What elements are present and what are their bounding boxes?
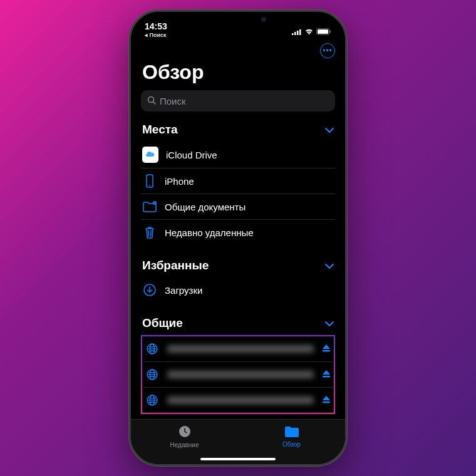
phone-frame: 14:53 ◂ Поиск ••• Обзор [129, 10, 347, 466]
section-header-favorites[interactable]: Избранные [141, 256, 335, 277]
page-title: Обзор [131, 59, 345, 90]
eject-icon[interactable] [321, 343, 331, 355]
globe-icon [145, 341, 160, 356]
status-back-link[interactable]: ◂ Поиск [145, 32, 167, 38]
tab-label: Обзор [282, 441, 301, 448]
svg-point-12 [154, 202, 155, 203]
shared-server-3[interactable] [143, 388, 333, 413]
search-placeholder: Поиск [160, 96, 186, 106]
favorite-downloads[interactable]: Загрузки [141, 277, 335, 303]
chevron-down-icon [325, 260, 334, 271]
shared-server-1[interactable] [143, 336, 333, 362]
globe-icon [145, 393, 160, 408]
cellular-icon [292, 27, 302, 37]
section-header-locations[interactable]: Места [141, 120, 335, 142]
section-title: Общие [142, 316, 183, 330]
more-button[interactable]: ••• [320, 43, 335, 58]
list-item-label: Загрузки [165, 285, 334, 296]
status-time: 14:53 [145, 21, 167, 31]
list-item-label: iPhone [165, 176, 334, 187]
search-input[interactable]: Поиск [141, 90, 335, 111]
globe-icon [145, 367, 160, 382]
chevron-down-icon [325, 318, 334, 329]
svg-rect-1 [294, 32, 296, 35]
section-title: Места [142, 123, 178, 137]
svg-rect-0 [292, 33, 294, 35]
download-icon [142, 282, 157, 298]
ellipsis-icon: ••• [323, 47, 333, 54]
section-locations: Места iCloud Drive iPhone [141, 120, 335, 245]
tab-browse[interactable]: Обзор [238, 420, 345, 453]
svg-rect-3 [299, 29, 301, 35]
location-icloud-drive[interactable]: iCloud Drive [141, 142, 335, 168]
list-item-label: Недавно удаленные [165, 227, 334, 238]
chevron-down-icon [325, 124, 334, 135]
wifi-icon [304, 27, 314, 37]
location-iphone[interactable]: iPhone [141, 168, 335, 194]
trash-icon [142, 225, 157, 240]
list-item-label: iCloud Drive [166, 150, 334, 160]
folder-badge-icon [142, 199, 157, 214]
location-shared-docs[interactable]: Общие документы [141, 194, 335, 220]
eject-icon[interactable] [321, 395, 331, 406]
svg-rect-25 [323, 401, 330, 403]
search-icon [147, 96, 156, 106]
screen: 14:53 ◂ Поиск ••• Обзор [131, 12, 345, 464]
list-item-label [167, 371, 314, 378]
clock-icon [177, 424, 192, 440]
svg-point-10 [149, 185, 150, 186]
section-header-shared[interactable]: Общие [141, 314, 335, 335]
notch [191, 12, 285, 28]
svg-rect-5 [318, 29, 328, 34]
highlight-annotation [141, 335, 335, 414]
list-item-label [167, 396, 314, 404]
nav-top: ••• [131, 39, 345, 59]
shared-server-2[interactable] [143, 362, 333, 388]
content-scroll[interactable]: Места iCloud Drive iPhone [131, 120, 345, 419]
eject-icon[interactable] [321, 369, 331, 381]
phone-icon [142, 173, 157, 189]
tab-recents[interactable]: Недавние [131, 420, 238, 453]
svg-rect-2 [297, 31, 299, 35]
tab-label: Недавние [170, 442, 199, 448]
list-item-label [167, 345, 314, 353]
svg-line-8 [153, 101, 156, 104]
svg-rect-21 [323, 376, 330, 378]
battery-icon [316, 27, 331, 37]
svg-rect-6 [330, 31, 331, 33]
location-recently-deleted[interactable]: Недавно удаленные [141, 220, 335, 245]
folder-icon [284, 425, 300, 440]
section-title: Избранные [142, 259, 209, 272]
icloud-icon [142, 147, 158, 163]
section-shared: Общие [141, 314, 335, 414]
svg-rect-17 [323, 350, 330, 352]
section-favorites: Избранные Загрузки [141, 256, 335, 303]
list-item-label: Общие документы [165, 202, 334, 212]
home-indicator[interactable] [200, 458, 276, 460]
